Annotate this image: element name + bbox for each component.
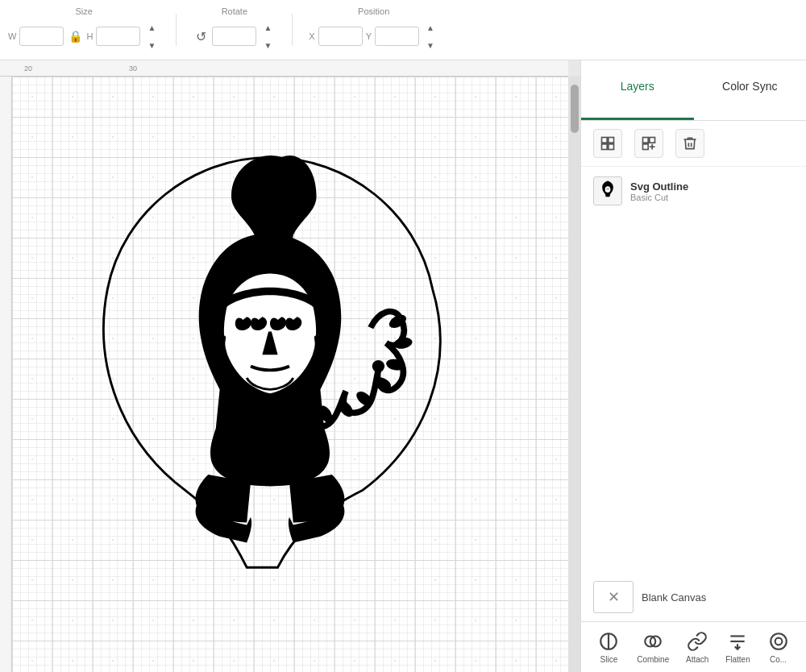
combine-button[interactable]: Combine bbox=[630, 626, 675, 668]
divider-1 bbox=[176, 14, 177, 46]
slice-button[interactable]: Slice bbox=[591, 626, 626, 668]
panel-toolbar bbox=[581, 121, 806, 167]
svg-point-26 bbox=[771, 633, 787, 649]
flatten-icon bbox=[726, 630, 749, 653]
blank-canvas-thumb: ✕ bbox=[593, 581, 634, 613]
canvas-grid bbox=[12, 77, 568, 672]
layer-name: Svg Outline bbox=[630, 180, 794, 193]
group-button[interactable] bbox=[593, 129, 622, 158]
layer-item[interactable]: Svg Outline Basic Cut bbox=[581, 167, 806, 215]
svg-rect-9 bbox=[609, 138, 614, 143]
contour-button[interactable]: Co... bbox=[761, 626, 796, 668]
slice-label: Slice bbox=[600, 655, 618, 664]
main-content: 20 30 bbox=[0, 60, 806, 672]
attach-icon bbox=[686, 630, 708, 653]
svg-point-1 bbox=[393, 336, 413, 350]
height-up-icon[interactable]: ▲ bbox=[143, 19, 160, 35]
layer-thumb-svg bbox=[596, 180, 619, 202]
bottom-actions: Slice Combine Attach bbox=[581, 621, 806, 672]
svg-rect-10 bbox=[602, 144, 608, 150]
ruler-top: 20 30 bbox=[0, 60, 568, 77]
svg-point-7 bbox=[372, 360, 384, 372]
flatten-label: Flatten bbox=[725, 655, 750, 664]
svg-rect-11 bbox=[609, 144, 614, 150]
svg-point-27 bbox=[775, 638, 782, 645]
right-panel: Layers Color Sync bbox=[580, 60, 806, 672]
trash-icon bbox=[682, 135, 698, 151]
position-up-icon[interactable]: ▲ bbox=[422, 19, 438, 35]
rotate-down-icon[interactable]: ▼ bbox=[260, 37, 276, 53]
tab-layers[interactable]: Layers bbox=[581, 60, 694, 120]
svg-rect-14 bbox=[643, 144, 649, 150]
add-icon bbox=[641, 135, 657, 151]
tab-color-sync[interactable]: Color Sync bbox=[694, 60, 807, 120]
height-input[interactable] bbox=[96, 27, 140, 46]
height-down-icon[interactable]: ▼ bbox=[143, 37, 160, 53]
position-group: Position X Y ▲ ▼ bbox=[309, 6, 438, 53]
attach-label: Attach bbox=[686, 655, 708, 664]
rotate-icon: ↺ bbox=[193, 28, 209, 44]
position-label: Position bbox=[358, 6, 389, 16]
toolbar: Size W 🔒 H ▲ ▼ Rotate ↺ ▲ ▼ Position bbox=[0, 0, 806, 60]
rotate-group: Rotate ↺ ▲ ▼ bbox=[193, 6, 276, 53]
layer-info: Svg Outline Basic Cut bbox=[630, 180, 794, 202]
svg-point-17 bbox=[605, 186, 611, 193]
layer-type: Basic Cut bbox=[630, 193, 794, 202]
canvas-area[interactable]: 20 30 bbox=[0, 60, 580, 672]
senators-svg bbox=[77, 133, 463, 584]
contour-icon bbox=[767, 630, 790, 653]
blank-canvas-label: Blank Canvas bbox=[642, 591, 706, 604]
y-label: Y bbox=[366, 31, 372, 41]
add-layer-button[interactable] bbox=[634, 129, 663, 158]
scrollbar-thumb[interactable] bbox=[571, 85, 579, 133]
layer-thumbnail bbox=[593, 176, 622, 205]
svg-rect-12 bbox=[643, 138, 649, 143]
svg-rect-8 bbox=[602, 138, 608, 143]
rotate-up-icon[interactable]: ▲ bbox=[260, 19, 276, 35]
flatten-button[interactable]: Flatten bbox=[719, 626, 757, 668]
scrollbar-right bbox=[568, 77, 580, 672]
rotate-input[interactable] bbox=[212, 27, 256, 46]
position-down-icon[interactable]: ▼ bbox=[422, 37, 438, 53]
svg-point-18 bbox=[606, 189, 607, 189]
group-icon bbox=[600, 135, 616, 151]
svg-point-19 bbox=[608, 189, 609, 189]
delete-layer-button[interactable] bbox=[675, 129, 704, 158]
divider-2 bbox=[292, 14, 293, 46]
combine-label: Combine bbox=[637, 655, 669, 664]
w-label: W bbox=[8, 31, 16, 41]
x-label: X bbox=[309, 31, 314, 41]
panel-spacer bbox=[581, 215, 806, 573]
size-inputs: W 🔒 H ▲ ▼ bbox=[8, 19, 160, 53]
size-group: Size W 🔒 H ▲ ▼ bbox=[8, 6, 160, 53]
y-input[interactable] bbox=[375, 27, 419, 46]
size-label: Size bbox=[75, 6, 92, 16]
combine-icon bbox=[642, 630, 664, 653]
h-label: H bbox=[86, 31, 93, 41]
ruler-left bbox=[0, 77, 12, 672]
ruler-mark-30: 30 bbox=[129, 64, 137, 73]
width-input[interactable] bbox=[19, 27, 64, 46]
panel-tabs: Layers Color Sync bbox=[581, 60, 806, 121]
rotate-label: Rotate bbox=[222, 6, 247, 16]
slice-icon bbox=[597, 630, 620, 653]
rotate-inputs: ↺ ▲ ▼ bbox=[193, 19, 276, 53]
ruler-mark-20: 20 bbox=[24, 64, 32, 73]
blank-canvas-x-icon: ✕ bbox=[608, 588, 620, 606]
svg-rect-13 bbox=[650, 138, 655, 143]
lock-icon[interactable]: 🔒 bbox=[67, 28, 83, 44]
attach-button[interactable]: Attach bbox=[679, 626, 715, 668]
contour-label: Co... bbox=[770, 655, 787, 664]
position-inputs: X Y ▲ ▼ bbox=[309, 19, 438, 53]
x-input[interactable] bbox=[318, 27, 363, 46]
svg-image-container[interactable] bbox=[60, 117, 480, 600]
blank-canvas-row: ✕ Blank Canvas bbox=[581, 573, 806, 621]
